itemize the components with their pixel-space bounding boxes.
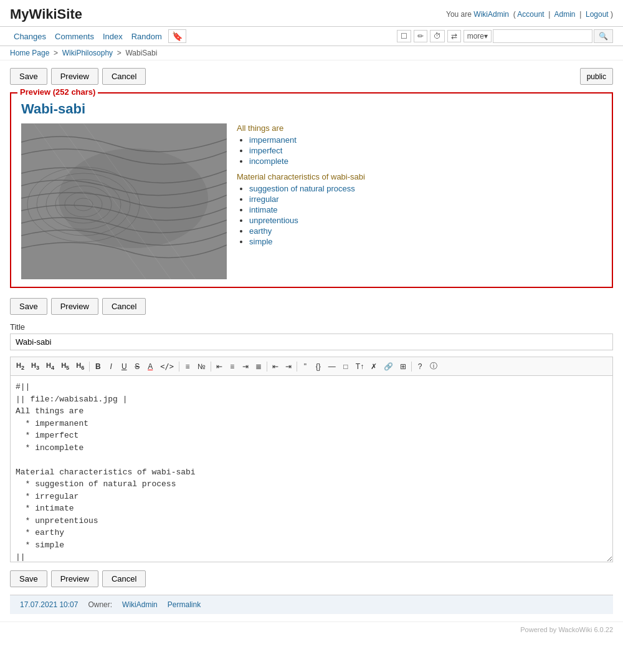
breadcrumb-wikiphilosophy[interactable]: WikiPhilosophy xyxy=(62,49,113,57)
top-action-bar: Save Preview Cancel public xyxy=(10,68,613,85)
more-btn[interactable]: more▾ xyxy=(464,30,492,42)
box-button[interactable]: □ xyxy=(340,360,352,373)
preview-button-top[interactable]: Preview xyxy=(51,68,98,85)
tb-sep-1 xyxy=(89,362,90,372)
footer-info: 17.07.2021 10:07 Owner: WikiAdmin Permal… xyxy=(10,595,613,614)
italic-button[interactable]: I xyxy=(105,360,117,373)
title-input[interactable] xyxy=(10,334,613,350)
typo-button[interactable]: T↑ xyxy=(353,360,367,373)
tb-sep-3 xyxy=(211,362,211,372)
footer-owner-link[interactable]: WikiAdmin xyxy=(122,600,158,609)
help-button[interactable]: ? xyxy=(414,360,426,373)
diff-icon-btn[interactable]: ⇄ xyxy=(447,30,461,42)
quote-button[interactable]: " xyxy=(299,360,312,373)
history-icon-btn[interactable]: ⏱ xyxy=(430,30,445,42)
preview-section1-title: All things are xyxy=(237,123,602,133)
save-button-mid[interactable]: Save xyxy=(10,298,47,315)
breadcrumb-home[interactable]: Home Page xyxy=(10,49,49,57)
preview-content: All things are impermanent imperfect inc… xyxy=(21,123,602,279)
list-item: simple xyxy=(249,237,602,246)
user-info: You are WikiAdmin ( Account | Admin | Lo… xyxy=(446,10,613,19)
search-button[interactable]: 🔍 xyxy=(594,29,613,43)
preview-image xyxy=(21,123,227,279)
tb-sep-4 xyxy=(267,362,267,372)
list-item: intimate xyxy=(249,205,602,214)
svg-point-9 xyxy=(59,148,208,248)
permalink-link[interactable]: Permalink xyxy=(168,600,201,609)
curly-button[interactable]: {} xyxy=(312,360,325,373)
align-justify-button[interactable]: ≣ xyxy=(252,360,265,373)
list-item: imperfect xyxy=(249,146,602,155)
preview-title: Wabi-sabi xyxy=(21,101,602,117)
preview-section2-title: Material characteristics of wabi-sabi xyxy=(237,172,602,181)
list-item: earthy xyxy=(249,226,602,236)
editor-textarea[interactable]: #|| || file:/wabisabi.jpg | All things a… xyxy=(10,375,613,562)
title-section: Title xyxy=(10,322,613,350)
tb-sep-6 xyxy=(411,362,412,372)
h3-button[interactable]: H3 xyxy=(28,360,42,373)
cancel-button-mid[interactable]: Cancel xyxy=(102,298,146,315)
preview-button-bottom[interactable]: Preview xyxy=(51,570,98,587)
list-item: impermanent xyxy=(249,135,602,145)
info-button[interactable]: ⓘ xyxy=(427,359,440,373)
header: MyWikiSite You are WikiAdmin ( Account |… xyxy=(0,0,623,27)
page-icon-btn[interactable]: ☐ xyxy=(397,30,411,42)
underline-button[interactable]: U xyxy=(118,360,130,373)
powered-by: Powered by WackoWiki 6.0.22 xyxy=(0,622,623,637)
bold-button[interactable]: B xyxy=(92,360,104,373)
preview-box: Preview (252 chars) Wabi-sabi xyxy=(10,92,613,288)
h2-button[interactable]: H2 xyxy=(13,360,27,373)
admin-link[interactable]: Admin xyxy=(554,10,575,19)
indent-left-button[interactable]: ⇤ xyxy=(269,360,282,373)
breadcrumb-current: WabiSabi xyxy=(125,49,157,57)
h5-button[interactable]: H5 xyxy=(58,360,72,373)
account-link[interactable]: Account xyxy=(517,10,544,19)
list-item: suggestion of natural process xyxy=(249,184,602,193)
navbar: Changes Comments Index Random 🔖 ☐ ✏ ⏱ ⇄ … xyxy=(0,27,623,46)
footer-date: 17.07.2021 10:07 xyxy=(20,600,78,609)
link-button[interactable]: 🔗 xyxy=(381,360,396,373)
main: Save Preview Cancel public Preview (252 … xyxy=(0,60,623,622)
cancel-button-bottom[interactable]: Cancel xyxy=(102,570,146,587)
tb-sep-5 xyxy=(297,362,297,372)
list-item: irregular xyxy=(249,194,602,204)
indent-right-button[interactable]: ⇥ xyxy=(282,360,295,373)
username-link[interactable]: WikiAdmin xyxy=(473,10,509,19)
preview-section1-list: impermanent imperfect incomplete xyxy=(237,135,602,166)
preview-label: Preview (252 chars) xyxy=(17,87,98,97)
align-left-button[interactable]: ⇤ xyxy=(213,360,226,373)
align-right-button[interactable]: ⇥ xyxy=(239,360,252,373)
nav-random[interactable]: Random xyxy=(128,31,166,42)
align-center-button[interactable]: ≡ xyxy=(226,360,239,373)
list-item: unpretentious xyxy=(249,216,602,225)
ol-button[interactable]: № xyxy=(194,360,209,373)
user-text: You are xyxy=(446,10,472,19)
h4-button[interactable]: H4 xyxy=(43,360,57,373)
h6-button[interactable]: H6 xyxy=(73,360,87,373)
cancel-button-top[interactable]: Cancel xyxy=(102,68,146,85)
search-input[interactable] xyxy=(493,29,592,43)
code-inline-button[interactable]: </> xyxy=(157,360,177,373)
clear-button[interactable]: ✗ xyxy=(368,360,380,373)
mid-action-bar: Save Preview Cancel xyxy=(10,298,613,315)
nav-comments[interactable]: Comments xyxy=(51,31,98,42)
preview-section2-list: suggestion of natural process irregular … xyxy=(237,184,602,246)
preview-text: All things are impermanent imperfect inc… xyxy=(237,123,602,279)
logout-link[interactable]: Logout xyxy=(586,10,609,19)
nav-changes[interactable]: Changes xyxy=(10,31,50,42)
preview-button-mid[interactable]: Preview xyxy=(51,298,98,315)
site-title: MyWikiSite xyxy=(10,6,82,22)
color-button[interactable]: A xyxy=(144,360,156,373)
public-button-top[interactable]: public xyxy=(580,68,613,85)
edit-icon-btn[interactable]: ✏ xyxy=(414,30,427,42)
bottom-action-bar: Save Preview Cancel xyxy=(10,570,613,587)
dash-button[interactable]: — xyxy=(325,360,339,373)
bookmark-icon-btn[interactable]: 🔖 xyxy=(168,29,186,43)
strike-button[interactable]: S xyxy=(131,360,143,373)
nav-index[interactable]: Index xyxy=(99,31,126,42)
save-button-bottom[interactable]: Save xyxy=(10,570,47,587)
save-button-top[interactable]: Save xyxy=(10,68,47,85)
tb-sep-2 xyxy=(179,362,179,372)
ul-button[interactable]: ≡ xyxy=(181,360,194,373)
table-button[interactable]: ⊞ xyxy=(397,360,409,373)
